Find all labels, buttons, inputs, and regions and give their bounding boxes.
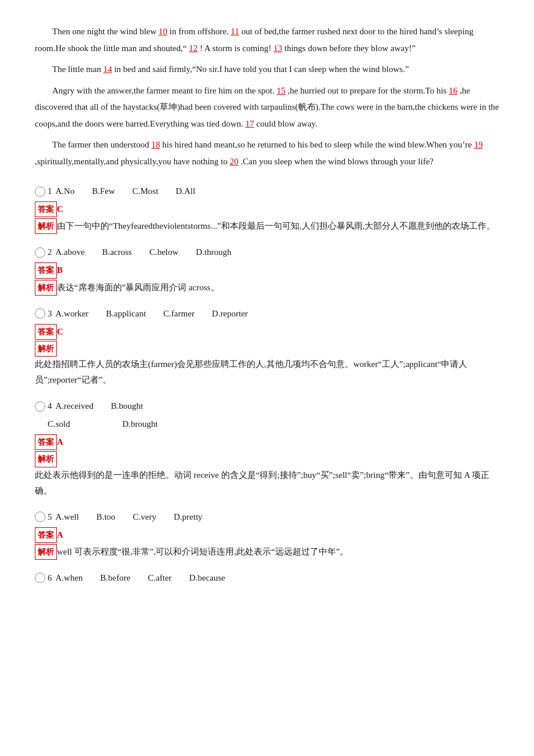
passage-para2: The little man 14 in bed and said firmly… <box>35 61 499 78</box>
q6-radio[interactable] <box>35 573 45 583</box>
q3-optionB[interactable]: B.applicant <box>106 306 146 322</box>
q4-answer: 答案 A <box>35 434 499 450</box>
passage: Then one night the wind blew 10 in from … <box>35 23 499 170</box>
question-6: 6 A.when B.before C.after D.because <box>35 570 499 586</box>
question-3: 3 A.worker B.applicant C.farmer D.report… <box>35 306 499 388</box>
q5-optionA[interactable]: A.well <box>56 509 79 525</box>
q6-optionC[interactable]: C.after <box>148 570 172 586</box>
q3-optionD[interactable]: D.reporter <box>212 306 248 322</box>
q4-optionC[interactable]: C.sold <box>48 416 70 432</box>
q1-optionA[interactable]: A.No <box>56 183 75 199</box>
q1-radio[interactable] <box>35 186 45 197</box>
q1-optionB[interactable]: B.Few <box>92 183 115 199</box>
q2-radio[interactable] <box>35 247 45 258</box>
q3-answer: 答案 C <box>35 324 499 340</box>
q1-answer: 答案 C <box>35 201 499 217</box>
q5-optionB[interactable]: B.too <box>96 509 116 525</box>
q4-options-line: 4 A.received B.bought <box>35 398 499 414</box>
q6-optionA[interactable]: A.when <box>56 570 83 586</box>
q5-analysis: 解析 well 可表示程度“很,非常”,可以和介词短语连用,此处表示“远远超过了… <box>35 544 499 560</box>
q5-answer: 答案 A <box>35 527 499 543</box>
q2-options-line: 2 A.above B.across C.below D.through <box>35 244 499 260</box>
q2-optionD[interactable]: D.through <box>196 244 232 260</box>
q2-optionC[interactable]: C.below <box>149 244 178 260</box>
passage-para1: Then one night the wind blew 10 in from … <box>35 23 499 56</box>
question-1: 1 A.No B.Few C.Most D.All 答案 C 解析 由下一句中的… <box>35 183 499 234</box>
question-5: 5 A.well B.too C.very D.pretty 答案 A 解析 w… <box>35 509 499 560</box>
q1-analysis: 解析 由下一句中的“Theyfearedtheviolentstorms...”… <box>35 218 499 234</box>
passage-para3: Angry with the answer,the farmer meant t… <box>35 82 499 132</box>
q4-analysis: 解析 此处表示他得到的是一连串的拒绝。动词 receive 的含义是“得到;接待… <box>35 451 499 498</box>
q2-optionB[interactable]: B.across <box>102 244 132 260</box>
passage-para4: The farmer then understood 18 his hired … <box>35 136 499 170</box>
q2-optionA[interactable]: A.above <box>56 244 85 260</box>
q5-optionD[interactable]: D.pretty <box>174 509 203 525</box>
questions-section: 1 A.No B.Few C.Most D.All 答案 C 解析 由下一句中的… <box>35 183 499 586</box>
q6-options-line: 6 A.when B.before C.after D.because <box>35 570 499 586</box>
q3-analysis: 解析 此处指招聘工作人员的农场主(farmer)会见那些应聘工作的人,其他几项均… <box>35 341 499 388</box>
q3-optionC[interactable]: C.farmer <box>163 306 194 322</box>
q3-optionA[interactable]: A.worker <box>56 306 89 322</box>
question-2: 2 A.above B.across C.below D.through 答案 … <box>35 244 499 295</box>
q2-answer: 答案 B <box>35 262 499 278</box>
q4-optionB[interactable]: B.bought <box>111 398 143 414</box>
q5-optionC[interactable]: C.very <box>133 509 156 525</box>
question-4: 4 A.received B.bought C.sold D.brought 答… <box>35 398 499 498</box>
q6-optionD[interactable]: D.because <box>189 570 225 586</box>
q1-optionC[interactable]: C.Most <box>132 183 158 199</box>
q4-optionD[interactable]: D.brought <box>122 416 158 432</box>
q5-options-line: 5 A.well B.too C.very D.pretty <box>35 509 499 525</box>
q6-optionB[interactable]: B.before <box>100 570 131 586</box>
q5-radio[interactable] <box>35 512 45 522</box>
q1-options-line: 1 A.No B.Few C.Most D.All <box>35 183 499 199</box>
q2-analysis: 解析 表达“席卷海面的”暴风雨应用介词 across。 <box>35 280 499 296</box>
q4-options-line2: C.sold D.brought <box>48 416 499 432</box>
q3-radio[interactable] <box>35 308 45 319</box>
q1-optionD[interactable]: D.All <box>176 183 196 199</box>
q4-optionA[interactable]: A.received <box>56 398 93 414</box>
q3-options-line: 3 A.worker B.applicant C.farmer D.report… <box>35 306 499 322</box>
q4-radio[interactable] <box>35 401 45 412</box>
